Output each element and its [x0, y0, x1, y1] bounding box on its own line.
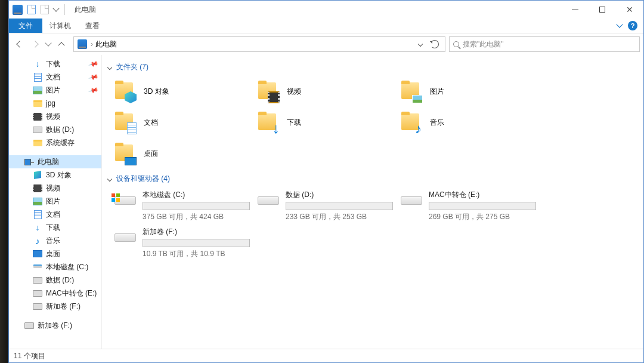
minimize-button[interactable]: [561, 1, 589, 19]
history-dropdown[interactable]: [44, 37, 53, 51]
chevron-down-icon: [107, 176, 112, 181]
desk-icon: [33, 249, 42, 259]
capacity-bar: [429, 202, 536, 210]
ribbon-tabs: 文件 计算机 查看 ?: [9, 19, 643, 33]
qat-newfolder-icon[interactable]: [41, 5, 49, 14]
tree-item[interactable]: 数据 (D:): [9, 273, 101, 287]
search-icon: [453, 41, 459, 47]
qat-properties-icon[interactable]: [27, 5, 36, 14]
folder-icon: [114, 143, 138, 164]
tree-item[interactable]: MAC中转仓 (E:): [9, 287, 101, 300]
back-button[interactable]: [13, 37, 27, 51]
close-button[interactable]: ✕: [616, 1, 643, 19]
dl-icon: [33, 223, 42, 232]
folder-item[interactable]: 下载: [253, 107, 397, 138]
tab-file[interactable]: 文件: [9, 19, 42, 33]
search-box[interactable]: 搜索"此电脑": [449, 36, 640, 52]
chevron-down-icon: [107, 64, 112, 69]
group-folders-header[interactable]: 文件夹 (7): [102, 57, 643, 76]
content-view[interactable]: 文件夹 (7) 3D 对象视频图片文档下载音乐桌面 设备和驱动器 (4) 本地磁…: [101, 55, 643, 349]
folder-icon: [33, 99, 42, 108]
explorer-window: 此电脑 ✕ 文件 计算机 查看 ? › 此电脑 搜索"此电脑": [8, 0, 644, 363]
capacity-bar: [286, 202, 393, 210]
tree-item[interactable]: 视频: [9, 110, 101, 123]
tree-item[interactable]: 新加卷 (F:): [9, 300, 101, 313]
address-bar[interactable]: › 此电脑: [73, 36, 445, 52]
group-drives-header[interactable]: 设备和驱动器 (4): [102, 169, 643, 187]
hdd-icon: [24, 321, 34, 330]
address-dropdown-icon[interactable]: [418, 42, 423, 47]
help-icon[interactable]: ?: [628, 21, 637, 30]
drive-item[interactable]: 本地磁盘 (C:) 375 GB 可用，共 424 GB: [110, 187, 253, 224]
hdd-icon: [33, 125, 42, 134]
folder-icon: [400, 112, 424, 133]
hdd-icon: [33, 288, 42, 298]
address-icon: [78, 39, 87, 49]
tree-item[interactable]: 数据 (D:): [9, 123, 101, 136]
tree-item[interactable]: 文档📌: [9, 70, 101, 84]
capacity-bar: [143, 202, 250, 210]
tree-item[interactable]: 视频: [9, 182, 101, 195]
tab-view[interactable]: 查看: [78, 19, 107, 33]
tree-item[interactable]: 桌面: [9, 247, 101, 260]
folder-item[interactable]: 图片: [397, 76, 540, 107]
tree-item[interactable]: 文档: [9, 208, 101, 221]
vid-overlay-icon: [268, 91, 280, 103]
pin-icon: 📌: [88, 72, 100, 82]
folder-icon: [114, 112, 138, 133]
doc-overlay-icon: [127, 122, 137, 134]
tree-item[interactable]: 新加卷 (F:): [9, 319, 101, 332]
tree-item[interactable]: 图片📌: [9, 84, 101, 97]
tree-item[interactable]: 下载: [9, 221, 101, 234]
ribbon-expand-icon[interactable]: [616, 21, 623, 27]
tree-item[interactable]: 下载📌: [9, 57, 101, 70]
up-button[interactable]: [54, 37, 69, 51]
window-title: 此电脑: [75, 5, 96, 15]
titlebar[interactable]: 此电脑 ✕: [9, 1, 643, 19]
music-icon: [33, 236, 42, 245]
hdd2-icon: [33, 262, 42, 272]
tree-item[interactable]: 图片: [9, 195, 101, 208]
refresh-icon[interactable]: [431, 40, 439, 48]
folder-item[interactable]: 视频: [253, 76, 397, 107]
hdd-icon: [33, 302, 42, 311]
pic-icon: [33, 196, 42, 206]
drive-icon: [114, 227, 137, 248]
folder-item[interactable]: 3D 对象: [110, 76, 253, 107]
qat-separator: [64, 4, 65, 15]
drive-icon: [400, 190, 423, 211]
vid-icon: [33, 112, 42, 121]
navigation-tree[interactable]: 下载📌文档📌图片📌jpg视频数据 (D:)系统缓存此电脑3D 对象视频图片文档下…: [9, 55, 101, 349]
search-placeholder: 搜索"此电脑": [463, 39, 504, 50]
tab-computer[interactable]: 计算机: [42, 19, 78, 33]
doc-icon: [33, 72, 42, 82]
pin-icon: 📌: [88, 85, 100, 96]
maximize-button[interactable]: [589, 1, 616, 19]
folder-icon: [400, 81, 424, 102]
hdd-icon: [33, 275, 42, 285]
drive-icon: [114, 190, 137, 211]
tree-item[interactable]: jpg: [9, 97, 101, 110]
forward-button[interactable]: [28, 37, 42, 51]
tree-item[interactable]: 3D 对象: [9, 168, 101, 182]
status-bar: 11 个项目: [9, 349, 643, 362]
folder-item[interactable]: 音乐: [397, 107, 540, 138]
dl-overlay-icon: [268, 122, 280, 134]
quick-access-toolbar: 此电脑: [27, 4, 96, 15]
this-pc-icon: [13, 5, 23, 15]
music-overlay-icon: [412, 121, 423, 134]
tree-item[interactable]: 本地磁盘 (C:): [9, 260, 101, 273]
folder-item[interactable]: 文档: [110, 107, 253, 138]
pic-overlay-icon: [412, 95, 423, 103]
tree-this-pc[interactable]: 此电脑: [9, 155, 101, 168]
folder-icon: [114, 81, 138, 102]
folder-icon: [257, 112, 281, 133]
drive-item[interactable]: 新加卷 (F:) 10.9 TB 可用，共 10.9 TB: [110, 224, 253, 262]
tree-item[interactable]: 音乐: [9, 234, 101, 247]
address-text: 此电脑: [95, 39, 117, 50]
drive-item[interactable]: MAC中转仓 (E:) 269 GB 可用，共 275 GB: [397, 187, 540, 224]
drive-item[interactable]: 数据 (D:) 233 GB 可用，共 253 GB: [253, 187, 397, 224]
folder-item[interactable]: 桌面: [110, 138, 253, 169]
qat-customize-icon[interactable]: [52, 5, 59, 11]
tree-item[interactable]: 系统缓存: [9, 136, 101, 149]
